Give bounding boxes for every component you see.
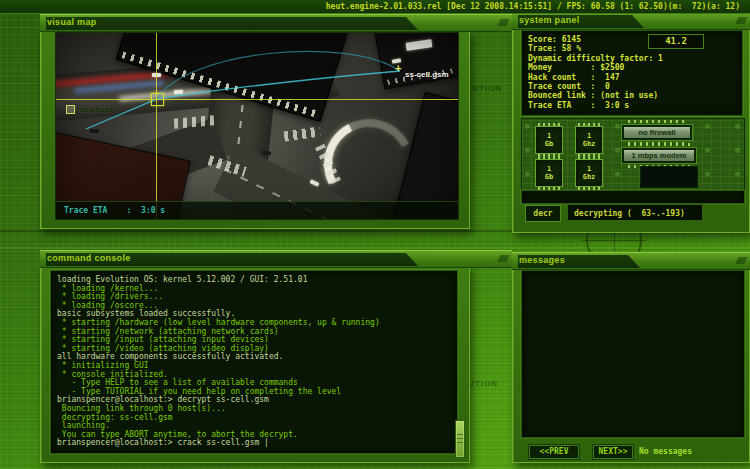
firewall-module: no firewall	[622, 125, 692, 140]
memory-chip-label: 1 Gb	[536, 127, 562, 153]
console-output-area[interactable]: loading Evolution OS: kernel 5.12.002 / …	[50, 270, 458, 454]
stat-difficulty: Dynamic difficulty factor: 1	[528, 54, 742, 63]
localhost-label-text: localhost	[77, 105, 112, 114]
command-console-title: command console	[47, 253, 131, 263]
system-status-strip	[521, 190, 745, 204]
system-panel: Score: 6145 Trace: 58 % Dynamic difficul…	[512, 28, 750, 233]
visual-map-header: visual map	[40, 14, 512, 32]
target-cross-marker: +	[395, 62, 401, 74]
console-command-input-line[interactable]: brianspencer@localhost:> crack ss-cell.g…	[57, 439, 457, 448]
stat-trace-eta: Trace ETA : 3:0 s	[528, 101, 742, 110]
stat-score: Score: 6145	[528, 35, 742, 44]
game-screen: Data Command ION|EVOLUTION ION|EVOLUTION…	[0, 0, 750, 469]
visual-map-title: visual map	[47, 17, 97, 27]
console-scrollbar[interactable]	[455, 420, 465, 458]
trace-route-line	[56, 33, 458, 219]
messages-title: messages	[519, 255, 565, 265]
cpu-chip-label: 1 Ghz	[576, 160, 602, 186]
trace-gauge-value: 41.2	[648, 34, 704, 49]
next-message-button[interactable]: NEXT>>	[593, 445, 633, 459]
memory-chip-label: 1 Gb	[536, 160, 562, 186]
visual-map-panel: localhost + ss-cell.gsm Trace ETA : 3:0 …	[40, 30, 470, 229]
empty-module-slot	[640, 166, 698, 188]
cpu-chip: 1 Ghz	[575, 126, 603, 154]
target-host-label: ss-cell.gsm	[405, 70, 449, 79]
engine-status-text: heut.engine-2.01.033.rel [Dec 12 2008.14…	[326, 2, 740, 11]
trace-eta-text: Trace ETA : 3:0 s	[64, 206, 165, 215]
prev-message-button[interactable]: <<PREV	[529, 445, 579, 459]
decrypt-progress-display: decrypting ( 63-.-193)	[567, 204, 703, 221]
crosshair-vertical-line	[156, 33, 157, 219]
messages-list-area	[521, 270, 745, 438]
stats-readout: Score: 6145 Trace: 58 % Dynamic difficul…	[521, 30, 743, 116]
visual-map-title-strip	[46, 17, 418, 30]
console-line: decrypting: ss-cell.gsm	[57, 414, 457, 423]
host-icon	[66, 105, 75, 114]
command-console-panel: loading Evolution OS: kernel 5.12.002 / …	[40, 266, 470, 463]
crosshair-horizontal-line	[56, 99, 458, 100]
cpu-chip-label: 1 Ghz	[576, 127, 602, 153]
modem-module: 1 mbps modem	[622, 148, 696, 163]
stat-trace: Trace: 58 %	[528, 44, 742, 53]
memory-chip: 1 Gb	[535, 159, 563, 187]
hardware-board: 1 Gb 1 Ghz 1 Gb 1 Ghz no firewall 1 mbps…	[521, 118, 745, 192]
city-aerial-photo: localhost + ss-cell.gsm Trace ETA : 3:0 …	[55, 32, 459, 220]
stat-bounced-link: Bounced link : (not in use)	[528, 91, 742, 100]
memory-chip: 1 Gb	[535, 126, 563, 154]
top-status-bar: heut.engine-2.01.033.rel [Dec 12 2008.14…	[0, 0, 750, 14]
messages-header: messages	[512, 252, 750, 270]
messages-panel: <<PREV NEXT>> No messages	[512, 268, 750, 463]
decrypt-command-chip: decr	[525, 205, 561, 222]
stat-money: Money : $2500	[528, 63, 742, 72]
system-panel-header: system panel	[512, 12, 750, 30]
localhost-map-label: localhost	[66, 105, 112, 114]
trace-eta-overlay: Trace ETA : 3:0 s	[56, 201, 458, 220]
stat-hack-count: Hack count : 147	[528, 73, 742, 82]
crosshair-center-box	[151, 93, 164, 106]
messages-status-text: No messages	[639, 447, 692, 456]
command-console-header: command console	[40, 250, 512, 268]
system-panel-title: system panel	[519, 15, 580, 25]
cpu-chip: 1 Ghz	[575, 159, 603, 187]
